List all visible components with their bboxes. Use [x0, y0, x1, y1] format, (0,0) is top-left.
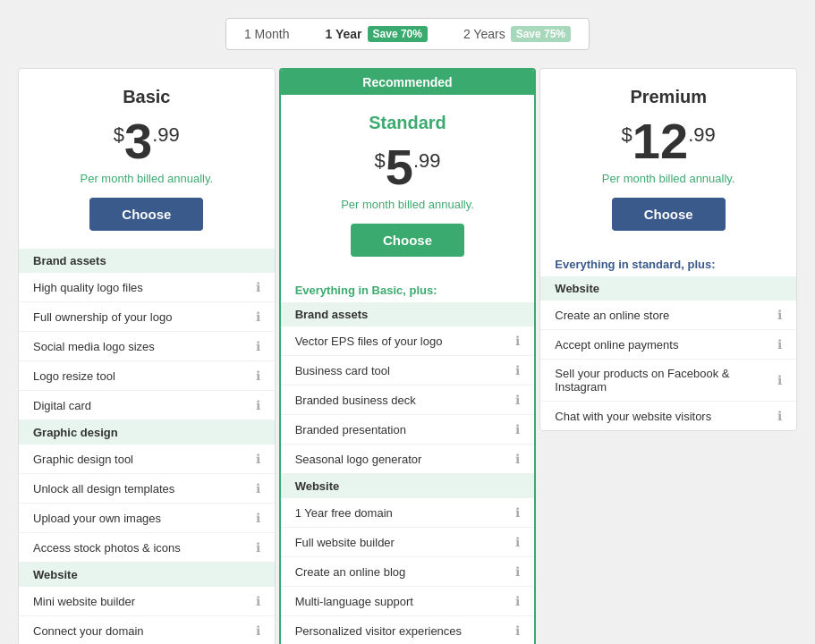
list-item: Seasonal logo generator ℹ [281, 445, 535, 474]
plans-container: Basic $ 3 .99 Per month billed annually.… [18, 68, 797, 644]
plan-basic-period: Per month billed annually. [37, 172, 257, 185]
info-icon[interactable]: ℹ [256, 623, 260, 638]
list-item: Chat with your website visitors ℹ [540, 402, 796, 430]
plan-standard-header: Standard $ 5 .99 Per month billed annual… [281, 95, 535, 275]
billing-1year-label: 1 Year [326, 27, 362, 41]
plan-basic-choose-button[interactable]: Choose [89, 198, 203, 231]
info-icon[interactable]: ℹ [256, 309, 260, 324]
plan-standard-whole: 5 [386, 142, 413, 192]
list-item: Personalized visitor experiences ℹ [281, 616, 535, 644]
plan-standard-section-website: Website [281, 474, 535, 498]
info-icon[interactable]: ℹ [256, 481, 260, 496]
plan-premium-header: Premium $ 12 .99 Per month billed annual… [540, 69, 796, 249]
billing-1year[interactable]: 1 Year Save 70% [308, 19, 446, 49]
recommended-banner: Recommended [281, 70, 535, 95]
info-icon[interactable]: ℹ [777, 337, 782, 352]
info-icon[interactable]: ℹ [256, 540, 260, 555]
info-icon[interactable]: ℹ [256, 280, 260, 294]
list-item: Accept online payments ℹ [540, 330, 796, 360]
info-icon[interactable]: ℹ [777, 308, 782, 322]
info-icon[interactable]: ℹ [256, 339, 260, 353]
billing-toggle-inner: 1 Month 1 Year Save 70% 2 Years Save 75% [225, 18, 590, 50]
plan-standard: Recommended Standard $ 5 .99 Per month b… [279, 68, 537, 644]
list-item: Multi-language support ℹ [281, 587, 535, 616]
info-icon[interactable]: ℹ [515, 535, 520, 549]
plan-standard-choose-button[interactable]: Choose [351, 224, 464, 257]
plan-standard-cents: .99 [413, 149, 441, 173]
billing-2years[interactable]: 2 Years Save 75% [446, 19, 589, 49]
plan-basic-price: $ 3 .99 [37, 116, 257, 166]
info-icon[interactable]: ℹ [777, 409, 782, 423]
plan-premium-cents: .99 [688, 123, 716, 147]
list-item: Connect your domain ℹ [19, 616, 275, 644]
plan-standard-dollar: $ [375, 149, 386, 173]
info-icon[interactable]: ℹ [515, 623, 520, 638]
list-item: Create an online blog ℹ [281, 557, 535, 587]
list-item: Access stock photos & icons ℹ [19, 533, 275, 563]
info-icon[interactable]: ℹ [256, 594, 260, 608]
plan-standard-period: Per month billed annually. [299, 198, 517, 211]
plan-basic-dollar: $ [114, 123, 124, 147]
billing-2years-badge: Save 75% [511, 26, 571, 42]
list-item: Business card tool ℹ [281, 356, 535, 386]
info-icon[interactable]: ℹ [515, 334, 520, 348]
info-icon[interactable]: ℹ [515, 594, 520, 608]
list-item: Branded presentation ℹ [281, 415, 535, 445]
plan-basic-header: Basic $ 3 .99 Per month billed annually.… [19, 69, 275, 249]
info-icon[interactable]: ℹ [515, 393, 520, 407]
plan-premium: Premium $ 12 .99 Per month billed annual… [539, 68, 797, 431]
plan-basic-name: Basic [37, 87, 257, 107]
plan-basic-section-graphic: Graphic design [19, 420, 275, 445]
info-icon[interactable]: ℹ [256, 511, 260, 525]
list-item: Full ownership of your logo ℹ [19, 302, 275, 332]
list-item: Full website builder ℹ [281, 528, 535, 557]
list-item: Vector EPS files of your logo ℹ [281, 326, 535, 356]
info-icon[interactable]: ℹ [256, 369, 260, 383]
list-item: Digital card ℹ [19, 391, 275, 420]
plan-standard-section-brand: Brand assets [281, 302, 535, 326]
billing-1year-badge: Save 70% [368, 26, 428, 42]
plan-premium-everything-label: Everything in standard, plus: [540, 249, 796, 276]
info-icon[interactable]: ℹ [515, 422, 520, 436]
list-item: Unlock all design templates ℹ [19, 474, 275, 504]
plan-premium-section-website: Website [540, 276, 796, 301]
plan-basic-whole: 3 [124, 116, 152, 166]
list-item: Logo resize tool ℹ [19, 361, 275, 391]
plan-premium-whole: 12 [632, 116, 688, 166]
info-icon[interactable]: ℹ [256, 398, 260, 412]
list-item: Social media logo sizes ℹ [19, 332, 275, 361]
list-item: 1 Year free domain ℹ [281, 498, 535, 528]
list-item: Create an online store ℹ [540, 301, 796, 330]
info-icon[interactable]: ℹ [515, 363, 520, 377]
plan-standard-price: $ 5 .99 [299, 142, 517, 192]
billing-1month-label: 1 Month [244, 27, 290, 41]
info-icon[interactable]: ℹ [515, 564, 520, 579]
info-icon[interactable]: ℹ [777, 373, 782, 387]
list-item: Upload your own images ℹ [19, 504, 275, 533]
list-item: Branded business deck ℹ [281, 386, 535, 415]
info-icon[interactable]: ℹ [515, 505, 520, 520]
plan-basic-section-brand: Brand assets [19, 249, 275, 273]
plan-premium-price: $ 12 .99 [558, 116, 778, 166]
plan-basic-section-website: Website [19, 563, 275, 587]
list-item: Mini website builder ℹ [19, 587, 275, 616]
plan-basic-cents: .99 [152, 123, 180, 147]
billing-toggle: 1 Month 1 Year Save 70% 2 Years Save 75% [18, 18, 797, 50]
list-item: Graphic design tool ℹ [19, 445, 275, 474]
plan-premium-name: Premium [558, 87, 778, 107]
list-item: High quality logo files ℹ [19, 273, 275, 302]
billing-2years-label: 2 Years [463, 27, 505, 41]
info-icon[interactable]: ℹ [515, 452, 520, 466]
plan-basic: Basic $ 3 .99 Per month billed annually.… [18, 68, 276, 644]
billing-1month[interactable]: 1 Month [226, 19, 308, 49]
list-item: Sell your products on Facebook & Instagr… [540, 360, 796, 402]
plan-standard-everything-label: Everything in Basic, plus: [281, 275, 535, 302]
plan-premium-choose-button[interactable]: Choose [612, 198, 726, 231]
plan-premium-period: Per month billed annually. [558, 172, 778, 185]
plan-premium-dollar: $ [622, 123, 632, 147]
plan-standard-name: Standard [299, 113, 517, 133]
info-icon[interactable]: ℹ [256, 452, 260, 466]
